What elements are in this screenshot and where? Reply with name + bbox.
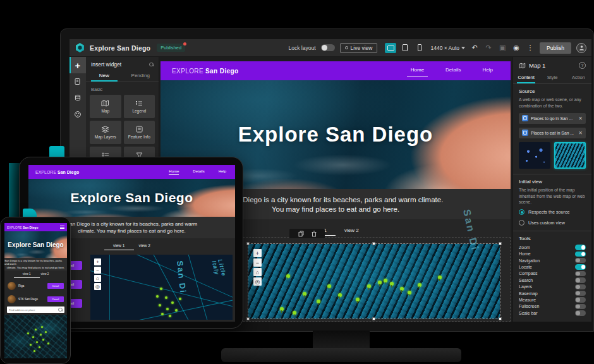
selection-handle[interactable] (499, 242, 502, 245)
detail-button[interactable]: Detail (47, 283, 64, 289)
phone-icon (418, 44, 421, 51)
user-avatar[interactable] (576, 43, 586, 53)
zoom-out-button[interactable]: − (253, 258, 262, 267)
device-phone-button[interactable] (414, 43, 425, 53)
resolution-select[interactable]: 1440 × Auto (430, 45, 465, 51)
page-rail-button[interactable] (70, 73, 86, 90)
publish-button[interactable]: Publish (540, 42, 571, 54)
preview-button[interactable]: ◉ (512, 44, 521, 52)
device-desktop-button[interactable] (385, 43, 396, 53)
zoom-out-button[interactable]: − (94, 267, 101, 274)
nav-details[interactable]: Details (446, 67, 461, 75)
list-item[interactable]: Riga Detail (4, 279, 67, 293)
tool-row: Layers (519, 284, 586, 290)
trash-icon[interactable] (312, 231, 317, 237)
detail-button[interactable]: Detail (47, 296, 64, 302)
home-button[interactable]: ⌂ (253, 268, 262, 276)
radio-icon (519, 220, 524, 226)
experience-builder-logo-icon[interactable] (75, 43, 85, 52)
home-button[interactable]: ⌂ (94, 275, 101, 282)
source-item[interactable]: Places to go in San ... ✕ (519, 113, 586, 124)
insert-widget-rail-button[interactable]: + (70, 57, 86, 73)
more-options-button[interactable]: ⋮ (526, 44, 535, 52)
tab-action[interactable]: Action (566, 73, 591, 83)
view-tab-1[interactable]: view 1 (23, 272, 31, 278)
tool-toggle[interactable] (575, 258, 586, 264)
tool-label: Fullscreen (519, 304, 539, 308)
view-tab-2[interactable]: view 2 (139, 243, 150, 250)
desktop-site-header: EXPLORESan Diego Home Details Help (161, 61, 511, 80)
tool-label: Home (519, 252, 531, 256)
insert-widget-title: Insert widget (91, 61, 121, 68)
map-widget-selected[interactable]: San Di + − ⌂ ◎ (248, 244, 500, 318)
map-thumbnail[interactable] (519, 142, 550, 169)
selection-handle[interactable] (499, 317, 502, 320)
view-tab-2[interactable]: view 2 (41, 272, 49, 278)
search-input[interactable] (9, 308, 58, 312)
source-item[interactable]: Places to eat in San ... ✕ (519, 128, 586, 138)
tab-pending[interactable]: Pending (123, 70, 159, 82)
widget-card-map-layers[interactable]: Map Layers (90, 121, 121, 144)
duplicate-icon[interactable] (298, 231, 304, 237)
widget-card-legend[interactable]: Legend (124, 95, 155, 118)
lock-layout-toggle[interactable] (321, 44, 335, 51)
save-button[interactable]: ▣ (498, 44, 507, 52)
zoom-in-button[interactable]: + (94, 258, 101, 265)
nav-details[interactable]: Details (193, 169, 204, 175)
radio-respects-source[interactable]: Respects the source (519, 209, 586, 215)
locate-button[interactable]: ◎ (94, 283, 101, 290)
tab-style[interactable]: Style (539, 73, 565, 83)
tool-toggle[interactable] (575, 277, 586, 283)
map-widget[interactable]: San Di Little Italy + − ⌂ ◎ (90, 255, 233, 320)
search-icon[interactable] (58, 308, 63, 312)
locate-button[interactable]: ◎ (253, 277, 262, 286)
tool-toggle[interactable] (575, 271, 586, 277)
redo-button[interactable]: ↷ (484, 44, 493, 52)
map-controls: + − ⌂ ◎ (253, 249, 262, 286)
map-street-label: San Di (175, 260, 188, 294)
map-widget[interactable] (4, 315, 67, 358)
nav-home[interactable]: Home (169, 169, 179, 175)
widget-card-map[interactable]: Map (90, 95, 121, 118)
zoom-in-button[interactable]: + (253, 249, 262, 257)
remove-source-icon[interactable]: ✕ (578, 116, 583, 121)
tool-toggle[interactable] (575, 304, 586, 310)
selection-handle[interactable] (372, 242, 375, 245)
widget-selection-toolbar (289, 229, 325, 238)
scene-thumbnail-selected[interactable] (554, 142, 586, 169)
tool-toggle[interactable] (575, 245, 586, 250)
user-icon (579, 45, 585, 51)
radio-custom-view[interactable]: Uses custom view (519, 220, 586, 226)
hero-image: Explore San Diego (28, 179, 235, 217)
view-tab-2[interactable]: view 2 (344, 228, 359, 236)
tool-toggle[interactable] (575, 297, 586, 303)
view-tab-1[interactable]: view 1 (113, 243, 124, 250)
theme-rail-button[interactable] (70, 106, 86, 123)
list-item[interactable]: STK San Diego Detail (4, 293, 67, 306)
device-tablet-button[interactable] (399, 43, 411, 53)
nav-help[interactable]: Help (483, 67, 493, 75)
help-icon[interactable]: ? (579, 62, 586, 69)
tool-label: Layers (519, 284, 532, 289)
search-icon[interactable] (149, 63, 154, 67)
tool-toggle[interactable] (575, 264, 586, 270)
tool-toggle[interactable] (575, 310, 586, 316)
data-rail-button[interactable] (70, 90, 86, 106)
search-bar[interactable] (7, 306, 64, 313)
tab-new[interactable]: New (86, 70, 123, 82)
tool-row: Compass (519, 270, 586, 277)
nav-home[interactable]: Home (411, 67, 424, 75)
menu-icon[interactable] (60, 225, 64, 229)
tool-toggle[interactable] (575, 291, 586, 296)
selection-handle[interactable] (246, 317, 250, 320)
widget-card-feature-info[interactable]: Feature Info (124, 121, 155, 144)
undo-button[interactable]: ↶ (470, 44, 479, 52)
live-view-button[interactable]: Live view (340, 43, 378, 53)
nav-help[interactable]: Help (219, 169, 226, 175)
tab-content[interactable]: Content (513, 73, 539, 83)
selection-handle[interactable] (372, 317, 375, 320)
remove-source-icon[interactable]: ✕ (578, 130, 583, 136)
tool-toggle[interactable] (575, 284, 586, 290)
selection-handle[interactable] (246, 242, 250, 245)
tool-toggle[interactable] (575, 252, 586, 257)
